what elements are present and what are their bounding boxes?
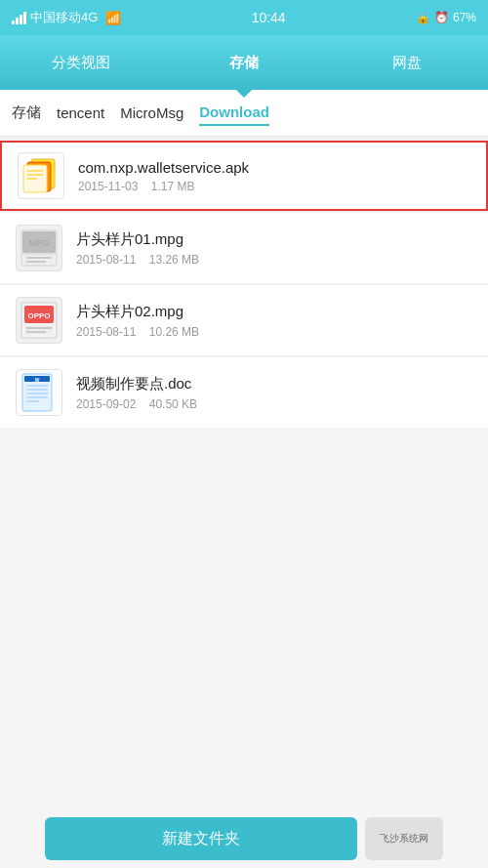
doc-file-size: 40.50 KB [149,397,197,411]
doc-file-meta: 2015-09-02 40.50 KB [76,397,472,411]
nav-item-storage[interactable]: 存储 [163,35,326,90]
status-bar-time: 10:44 [252,10,286,25]
mpg1-file-name: 片头样片01.mpg [76,230,472,249]
file-item-mpg1[interactable]: MPG 片头样片01.mpg 2015-08-11 13.26 MB [0,213,488,283]
mpg2-file-date: 2015-08-11 [76,325,136,339]
bottom-bar: 新建文件夹 飞沙系统网 [0,809,488,868]
file-item-doc[interactable]: W 视频制作要点.doc 2015-09-02 40.50 KB [0,357,488,428]
apk-file-meta: 2015-11-03 1.17 MB [78,180,470,193]
breadcrumb-micromsg[interactable]: MicroMsg [120,101,183,125]
nav-storage-label: 存储 [229,54,259,72]
nav-cloud-label: 网盘 [392,54,422,72]
mpg1-file-info: 片头样片01.mpg 2015-08-11 13.26 MB [76,230,472,267]
status-bar: 中国移动4G 📶 10:44 🔒 ⏰ 67% [0,0,488,35]
mpg2-file-meta: 2015-08-11 10.26 MB [76,325,472,339]
carrier-label: 中国移动4G [30,9,98,26]
file-item-apk[interactable]: com.nxp.walletservice.apk 2015-11-03 1.1… [0,141,488,211]
svg-rect-16 [24,325,54,335]
signal-icon [12,12,26,24]
alarm-icon: ⏰ [434,11,449,24]
breadcrumb-tencent[interactable]: tencent [57,101,104,125]
mpg1-file-date: 2015-08-11 [76,253,136,267]
wifi-icon: 📶 [105,11,121,25]
apk-file-name: com.nxp.walletservice.apk [78,159,470,176]
breadcrumb-storage[interactable]: 存储 [12,100,41,126]
watermark-text: 飞沙系统网 [380,832,428,846]
lock-icon: 🔒 [416,11,430,24]
svg-text:OPPO: OPPO [27,311,50,320]
mpg1-file-icon: MPG [16,225,62,271]
new-folder-button[interactable]: 新建文件夹 [45,817,357,860]
mpg2-file-info: 片头样片02.mpg 2015-08-11 10.26 MB [76,303,472,339]
status-bar-right: 🔒 ⏰ 67% [416,11,476,24]
top-nav: 分类视图 存储 网盘 [0,35,488,90]
doc-file-name: 视频制作要点.doc [76,375,472,393]
apk-file-size: 1.17 MB [151,180,195,193]
apk-file-info: com.nxp.walletservice.apk 2015-11-03 1.1… [78,159,470,193]
nav-item-cloud[interactable]: 网盘 [325,35,488,90]
mpg2-file-size: 10.26 MB [149,325,199,339]
svg-rect-9 [22,255,56,265]
file-list: com.nxp.walletservice.apk 2015-11-03 1.1… [0,137,488,428]
mpg1-file-meta: 2015-08-11 13.26 MB [76,253,472,267]
battery-label: 67% [453,11,476,24]
apk-file-icon [18,152,64,199]
nav-item-classify[interactable]: 分类视图 [0,35,163,90]
logo-badge: 飞沙系统网 [365,817,443,860]
mpg2-file-name: 片头样片02.mpg [76,303,472,321]
doc-file-info: 视频制作要点.doc 2015-09-02 40.50 KB [76,375,472,411]
mpg1-file-size: 13.26 MB [149,253,199,267]
doc-file-icon: W [16,369,62,416]
mpg2-file-icon: OPPO [16,297,62,344]
breadcrumb-download[interactable]: Download [199,100,269,126]
svg-text:W: W [35,377,40,383]
status-bar-left: 中国移动4G 📶 [12,9,121,26]
nav-classify-label: 分类视图 [52,54,110,72]
file-item-mpg2[interactable]: OPPO 片头样片02.mpg 2015-08-11 10.26 MB [0,285,488,355]
apk-file-date: 2015-11-03 [78,180,138,193]
svg-text:MPG: MPG [29,238,50,248]
doc-file-date: 2015-09-02 [76,397,136,411]
